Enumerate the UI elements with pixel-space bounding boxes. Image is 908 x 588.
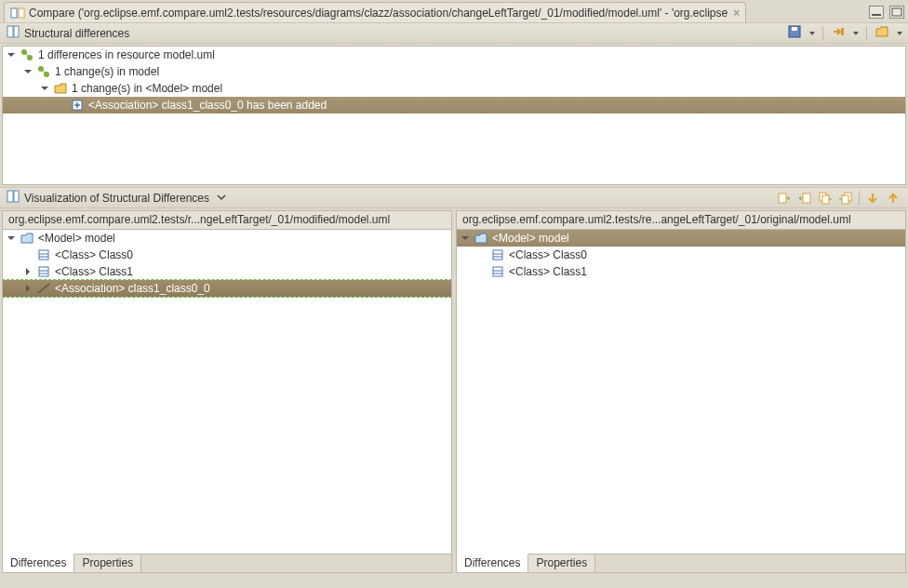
export-icon[interactable] — [831, 24, 846, 42]
class-icon — [36, 264, 51, 279]
svg-rect-17 — [14, 191, 19, 202]
minimize-button[interactable] — [869, 6, 884, 19]
close-icon[interactable]: × — [733, 7, 740, 20]
right-tree-row[interactable]: <Class> Class0 — [457, 247, 905, 263]
left-bottom-tabs: DifferencesProperties — [3, 554, 451, 572]
svg-rect-3 — [892, 8, 901, 16]
maximize-button[interactable] — [889, 6, 904, 19]
structural-diff-tree[interactable]: 1 differences in resource model.uml1 cha… — [2, 46, 906, 185]
toolbar-separator — [859, 191, 860, 206]
editor-tab-strip: Compare ('org.eclipse.emf.compare.uml2.t… — [0, 0, 908, 22]
tree-toggle-icon[interactable] — [40, 83, 51, 94]
svg-rect-27 — [39, 267, 48, 276]
folder-open-icon[interactable] — [875, 24, 889, 42]
structural-tree-row[interactable]: <Association> class1_class0_0 has been a… — [3, 97, 905, 114]
structural-tree-label: <Association> class1_class0_0 has been a… — [88, 99, 327, 112]
left-tree-label: <Class> Class1 — [55, 265, 133, 278]
svg-rect-5 — [14, 26, 19, 37]
svg-rect-34 — [493, 267, 502, 276]
svg-rect-18 — [779, 194, 786, 203]
left-tree-row[interactable]: <Class> Class0 — [3, 247, 451, 263]
class-icon — [36, 247, 51, 262]
bottom-tab-differences[interactable]: Differences — [3, 554, 74, 572]
tree-toggle-icon — [477, 266, 488, 277]
tree-toggle-icon[interactable] — [461, 233, 472, 244]
left-model-tree[interactable]: <Model> model<Class> Class0<Class> Class… — [3, 230, 451, 554]
next-diff-icon[interactable] — [863, 190, 882, 207]
structural-tree-label: 1 differences in resource model.uml — [38, 48, 215, 61]
svg-rect-2 — [872, 14, 881, 16]
copy-all-right-icon[interactable] — [836, 190, 855, 207]
svg-line-11 — [25, 53, 29, 57]
visualization-header: Visualization of Structural Differences — [0, 188, 908, 208]
package-yellow-icon — [53, 81, 68, 96]
compare-icon — [10, 6, 25, 20]
add-blue-icon — [70, 98, 85, 113]
left-tree-row[interactable]: <Model> model — [3, 230, 451, 247]
svg-rect-19 — [803, 194, 810, 203]
bottom-tab-differences[interactable]: Differences — [457, 554, 528, 572]
structural-tree-row[interactable]: 1 change(s) in <Model> model — [3, 80, 905, 97]
window-controls — [869, 6, 904, 19]
tree-toggle-icon[interactable] — [23, 66, 34, 77]
right-bottom-tabs: DifferencesProperties — [457, 554, 905, 572]
folder-icon — [474, 231, 488, 246]
visualization-icon — [6, 189, 20, 207]
assoc-icon — [36, 281, 51, 296]
structural-tree-label: 1 change(s) in model — [55, 65, 159, 78]
tree-toggle-icon — [23, 249, 34, 261]
compare-tab[interactable]: Compare ('org.eclipse.emf.compare.uml2.t… — [4, 2, 746, 22]
tree-toggle-icon[interactable] — [23, 283, 34, 294]
structural-tree-row[interactable]: 1 differences in resource model.uml — [3, 47, 905, 63]
left-tree-row[interactable]: <Class> Class1 — [3, 263, 451, 280]
tree-toggle-icon[interactable] — [23, 266, 34, 277]
tree-toggle-icon — [57, 100, 68, 111]
svg-rect-1 — [19, 8, 24, 18]
svg-rect-24 — [39, 250, 48, 260]
diff-green-icon — [20, 47, 34, 62]
folder-menu-caret[interactable] — [897, 32, 902, 35]
copy-all-left-icon[interactable] — [816, 190, 835, 207]
copy-right-to-left-icon[interactable] — [795, 190, 814, 207]
structural-tree-label: 1 change(s) in <Model> model — [72, 82, 222, 95]
class-icon — [490, 264, 505, 279]
prev-diff-icon[interactable] — [884, 190, 902, 207]
diff-green-icon — [36, 64, 51, 79]
bottom-tab-properties[interactable]: Properties — [528, 555, 595, 572]
visualization-right-panel: org.eclipse.emf.compare.uml2.tests/re...… — [456, 210, 906, 573]
svg-line-14 — [42, 70, 46, 74]
right-model-tree[interactable]: <Model> model<Class> Class0<Class> Class… — [457, 230, 905, 554]
left-tree-row[interactable]: <Association> class1_class0_0 — [3, 280, 451, 297]
export-menu-caret[interactable] — [853, 32, 859, 35]
structural-diff-title: Structural differences — [24, 27, 129, 40]
structural-diff-header: Structural differences — [0, 23, 908, 44]
toolbar-separator — [822, 26, 823, 41]
dropdown-caret-icon[interactable] — [217, 192, 226, 205]
svg-rect-16 — [7, 191, 13, 202]
visualization-left-panel: org.eclipse.emf.compare.uml2.tests/r...n… — [2, 210, 452, 573]
visualization-title: Visualization of Structural Differences — [24, 192, 209, 205]
bottom-tab-properties[interactable]: Properties — [74, 555, 141, 572]
right-tree-label: <Class> Class0 — [509, 248, 587, 261]
left-tree-label: <Model> model — [38, 232, 115, 245]
structural-diff-icon — [6, 24, 20, 42]
structural-tree-row[interactable]: 1 change(s) in model — [3, 63, 905, 80]
right-tree-row[interactable]: <Model> model — [457, 230, 905, 247]
left-path-label: org.eclipse.emf.compare.uml2.tests/r...n… — [3, 211, 451, 230]
right-path-label: org.eclipse.emf.compare.uml2.tests/re...… — [457, 211, 905, 230]
svg-rect-23 — [842, 195, 848, 204]
left-tree-label: <Class> Class0 — [55, 248, 133, 261]
copy-left-to-right-icon[interactable] — [775, 190, 794, 207]
right-tree-row[interactable]: <Class> Class1 — [457, 263, 905, 280]
compare-tab-title: Compare ('org.eclipse.emf.compare.uml2.t… — [29, 7, 728, 20]
svg-rect-4 — [7, 26, 13, 37]
tree-toggle-icon[interactable] — [7, 49, 18, 60]
left-tree-label: <Association> class1_class0_0 — [55, 282, 210, 295]
svg-rect-8 — [841, 28, 844, 35]
tree-toggle-icon[interactable] — [7, 233, 18, 244]
svg-rect-21 — [822, 195, 829, 204]
svg-rect-31 — [493, 250, 502, 260]
save-icon[interactable] — [787, 24, 802, 42]
toolbar-separator — [866, 26, 867, 41]
save-menu-caret[interactable] — [809, 32, 815, 35]
